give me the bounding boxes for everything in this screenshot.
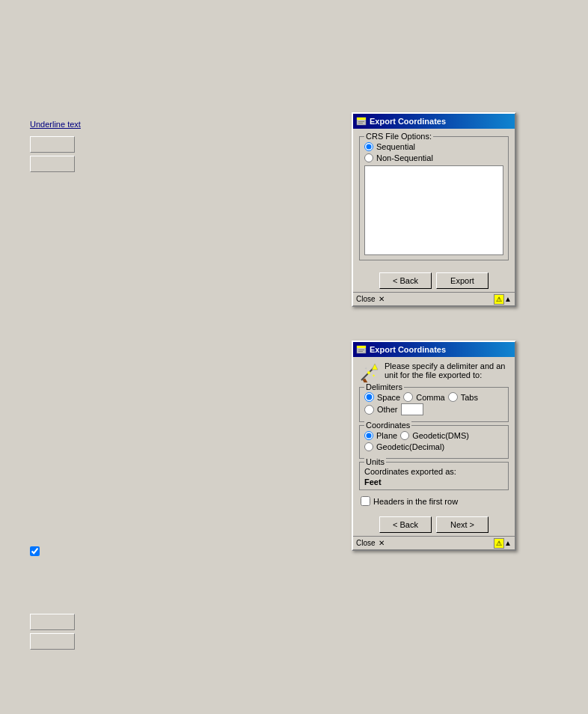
dialog-2-next-button[interactable]: Next > xyxy=(436,516,489,533)
comma-radio[interactable] xyxy=(403,392,413,402)
svg-rect-2 xyxy=(358,121,364,122)
main-checkbox[interactable] xyxy=(30,546,40,556)
svg-text:✦: ✦ xyxy=(372,373,376,378)
dialog-1-arrow: ▲ xyxy=(504,295,512,303)
svg-rect-6 xyxy=(358,350,364,350)
dialog-2-close-icon[interactable]: ✕ xyxy=(379,539,385,547)
plane-label: Plane xyxy=(376,431,397,440)
bottom-button-1[interactable] xyxy=(30,614,75,630)
dialog-2-intro-row: ✦ ✦ Please specify a delimiter and an un… xyxy=(358,361,510,384)
link-text[interactable]: Underline text xyxy=(30,120,81,129)
delimiters-row-1: Space Comma Tabs xyxy=(364,392,503,402)
svg-rect-7 xyxy=(358,351,363,352)
dialog-1-buttons: < Back Export xyxy=(353,268,515,292)
geodetic-dms-radio[interactable] xyxy=(400,431,409,440)
top-button-2[interactable] xyxy=(30,156,75,172)
top-button-1[interactable] xyxy=(30,136,75,153)
non-sequential-label: Non-Sequential xyxy=(376,153,433,162)
dialog-2-back-button[interactable]: < Back xyxy=(379,516,432,533)
left-content: Underline text xyxy=(30,120,81,172)
svg-marker-10 xyxy=(372,364,378,370)
dialog-2-icon xyxy=(356,344,367,355)
delimiters-row-2: Other xyxy=(364,403,503,415)
other-radio[interactable] xyxy=(364,405,374,415)
bottom-button-2[interactable] xyxy=(30,633,75,650)
coordinates-group: Coordinates Plane Geodetic(DMS) Geodetic… xyxy=(359,425,509,459)
geodetic-dms-label: Geodetic(DMS) xyxy=(412,431,469,440)
headers-label: Headers in the first row xyxy=(373,497,458,506)
dialog-2-buttons: < Back Next > xyxy=(353,512,515,536)
export-dialog-2: Export Coordinates ✦ ✦ Please specify a … xyxy=(352,341,516,551)
crs-empty-area xyxy=(364,165,503,255)
dialog-1-close-icon[interactable]: ✕ xyxy=(379,295,385,303)
dialog-2-warning-icon: ⚠ xyxy=(494,538,504,549)
dialog-1-back-button[interactable]: < Back xyxy=(379,272,432,289)
dialog-1-icon xyxy=(356,116,367,126)
bottom-buttons xyxy=(30,606,75,650)
dialog-2-arrow: ▲ xyxy=(504,539,512,547)
non-sequential-radio[interactable] xyxy=(364,153,373,162)
dialog-1-title: Export Coordinates xyxy=(370,117,512,126)
dialog-1-body: CRS File Options: Sequential Non-Sequent… xyxy=(353,129,515,268)
geodetic-decimal-label: Geodetic(Decimal) xyxy=(376,442,444,451)
svg-rect-1 xyxy=(357,118,366,120)
dialog-1-title-bar: Export Coordinates xyxy=(353,114,515,129)
svg-point-11 xyxy=(367,371,370,374)
delimiters-group: Delimiters Space Comma Tabs Other xyxy=(359,387,509,422)
non-sequential-option: Non-Sequential xyxy=(364,153,503,162)
dialog-1-warning-icon: ⚠ xyxy=(494,294,504,305)
dialog-1-export-button[interactable]: Export xyxy=(436,272,489,289)
checkbox-area xyxy=(30,546,40,556)
crs-group-label: CRS File Options: xyxy=(364,132,433,141)
headers-row: Headers in the first row xyxy=(358,493,510,507)
export-dialog-1: Export Coordinates CRS File Options: Seq… xyxy=(352,112,516,307)
sequential-option: Sequential xyxy=(364,142,503,151)
sequential-label: Sequential xyxy=(376,142,415,151)
delimiters-label: Delimiters xyxy=(364,382,404,391)
sequential-radio[interactable] xyxy=(364,142,373,151)
dialog-1-close-label[interactable]: Close xyxy=(356,295,376,303)
dialog-2-intro-text: Please specify a delimiter and an unit f… xyxy=(385,361,510,379)
svg-rect-3 xyxy=(358,123,363,123)
geodetic-decimal-radio[interactable] xyxy=(364,442,373,451)
units-text-1: Coordinates exported as: xyxy=(364,467,503,476)
svg-rect-5 xyxy=(357,346,366,348)
plane-row: Plane Geodetic(DMS) xyxy=(364,431,503,440)
space-radio[interactable] xyxy=(364,392,374,402)
dialog-1-status-bar: Close ✕ ⚠ ▲ xyxy=(353,292,515,305)
wizard-icon: ✦ ✦ xyxy=(358,361,380,384)
plane-radio[interactable] xyxy=(364,431,373,440)
other-label: Other xyxy=(377,405,398,414)
other-delimiter-input[interactable] xyxy=(401,403,423,415)
dialog-2-status-bar: Close ✕ ⚠ ▲ xyxy=(353,536,515,549)
svg-text:✦: ✦ xyxy=(364,366,367,370)
tabs-radio[interactable] xyxy=(448,392,458,402)
comma-label: Comma xyxy=(416,393,445,402)
headers-checkbox[interactable] xyxy=(361,496,370,506)
units-label: Units xyxy=(364,457,386,466)
dialog-2-close-label[interactable]: Close xyxy=(356,539,376,547)
units-group: Units Coordinates exported as: Feet xyxy=(359,462,509,490)
geodetic-decimal-row: Geodetic(Decimal) xyxy=(364,442,503,451)
dialog-2-body: ✦ ✦ Please specify a delimiter and an un… xyxy=(353,357,515,512)
dialog-2-title-bar: Export Coordinates xyxy=(353,342,515,357)
tabs-label: Tabs xyxy=(461,393,478,402)
crs-options-group: CRS File Options: Sequential Non-Sequent… xyxy=(359,136,509,260)
units-text-2: Feet xyxy=(364,477,503,486)
space-label: Space xyxy=(377,393,400,402)
coordinates-label: Coordinates xyxy=(364,421,411,430)
dialog-2-title: Export Coordinates xyxy=(370,345,512,354)
